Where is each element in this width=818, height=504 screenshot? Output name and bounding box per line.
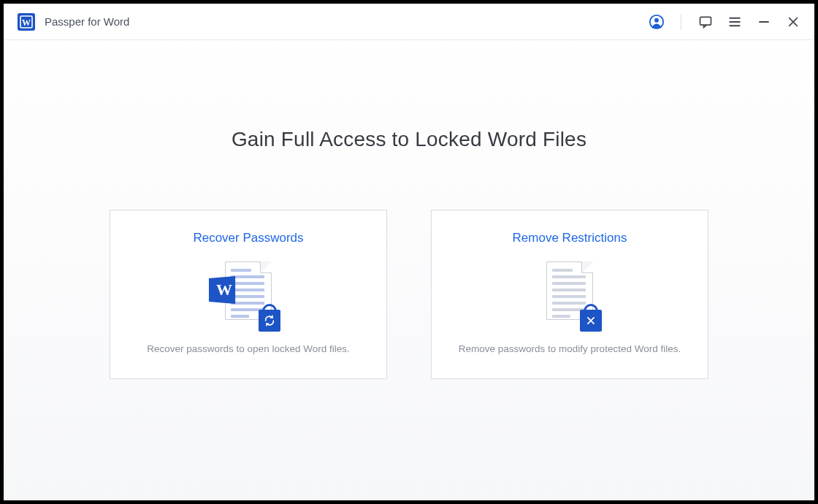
card-recover-title: Recover Passwords — [193, 231, 303, 245]
card-recover-desc: Recover passwords to open locked Word fi… — [147, 343, 349, 354]
page-heading: Gain Full Access to Locked Word Files — [232, 128, 586, 151]
card-remove-title: Remove Restrictions — [513, 231, 627, 245]
minimize-icon[interactable] — [756, 14, 772, 30]
feedback-icon[interactable] — [697, 14, 714, 30]
card-recover-passwords[interactable]: Recover Passwords W — [110, 210, 387, 379]
card-remove-restrictions[interactable]: Remove Restrictions — [431, 210, 708, 379]
svg-rect-5 — [700, 17, 711, 25]
menu-icon[interactable] — [727, 14, 743, 30]
recover-illustration-icon: W — [215, 261, 282, 329]
account-icon[interactable] — [649, 14, 665, 30]
brand: W Passper for Word — [17, 12, 129, 31]
lock-sync-icon — [259, 310, 280, 332]
titlebar-actions — [649, 14, 801, 30]
titlebar-separator — [681, 14, 681, 30]
main-content: Gain Full Access to Locked Word Files Re… — [4, 40, 814, 500]
svg-text:W: W — [22, 18, 31, 28]
svg-point-4 — [654, 18, 659, 22]
remove-illustration-icon — [536, 261, 603, 329]
lock-delete-icon — [580, 310, 602, 332]
app-window: W Passper for Word — [4, 4, 814, 500]
close-icon[interactable] — [785, 14, 801, 30]
card-remove-desc: Remove passwords to modify protected Wor… — [459, 343, 681, 354]
app-logo-icon: W — [17, 12, 36, 31]
option-cards: Recover Passwords W — [110, 210, 708, 379]
word-badge-icon: W — [209, 276, 240, 304]
titlebar: W Passper for Word — [4, 4, 814, 40]
app-title: Passper for Word — [45, 15, 129, 28]
